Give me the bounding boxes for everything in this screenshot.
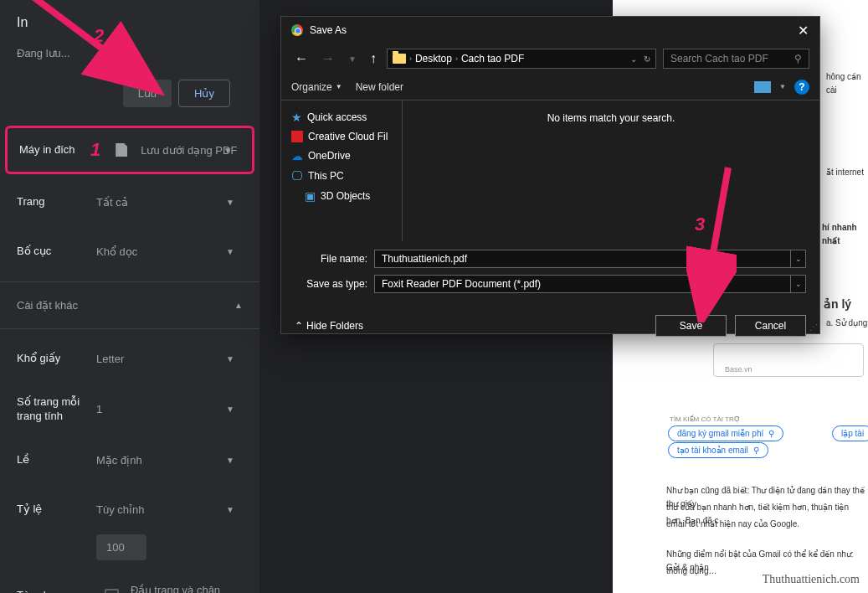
- scale-select[interactable]: Tùy chỉnh ▼: [96, 497, 243, 523]
- paper-select[interactable]: Letter ▼: [96, 346, 243, 372]
- annotation-1: 1: [90, 139, 100, 161]
- watermark: Thuthuattienich.com: [763, 573, 860, 586]
- filename-dropdown[interactable]: ⌄: [791, 250, 806, 268]
- folder-icon: [393, 54, 406, 64]
- dialog-title-text: Save As: [310, 24, 347, 36]
- tree-creative-cloud[interactable]: Creative Cloud Fil: [285, 127, 398, 146]
- resize-grip[interactable]: ⋰: [809, 322, 818, 332]
- recent-dropdown[interactable]: ▼: [345, 54, 360, 64]
- chevron-down-icon: ▼: [226, 247, 234, 256]
- more-settings-toggle[interactable]: Cài đặt khác ▲: [0, 287, 259, 323]
- scale-label: Tỷ lệ: [17, 503, 96, 517]
- pages-label: Trang: [17, 195, 96, 209]
- more-settings-label: Cài đặt khác: [17, 299, 78, 312]
- search-placeholder: Search Cach tao PDF: [670, 53, 768, 64]
- breadcrumb-desktop[interactable]: Desktop: [415, 53, 452, 64]
- pages-per-sheet-select[interactable]: 1 ▼: [96, 396, 243, 422]
- up-button[interactable]: ↑: [367, 51, 380, 66]
- cube-icon: ▣: [305, 189, 316, 203]
- star-icon: ★: [291, 111, 302, 124]
- pages-per-sheet-label: Số trang mỗi trang tính: [17, 395, 96, 424]
- search-icon: ⚲: [794, 53, 802, 64]
- close-button[interactable]: ✕: [786, 17, 819, 44]
- destination-select[interactable]: Lưu dưới dạng PDF ▼: [116, 137, 240, 163]
- headers-footers-label: Đầu trang và chân trang: [131, 584, 243, 593]
- file-list-empty: No items match your search.: [403, 101, 819, 241]
- arrow-to-dialog-save: [686, 163, 737, 322]
- pages-value: Tất cả: [96, 196, 128, 209]
- view-dropdown-icon[interactable]: ▼: [779, 83, 786, 90]
- filename-label: File name:: [295, 253, 374, 265]
- annotation-3: 3: [695, 214, 705, 235]
- pc-icon: 🖵: [291, 169, 303, 183]
- destination-label: Máy in đích: [19, 143, 90, 157]
- chrome-icon: [291, 24, 303, 36]
- chevron-down-icon: ▼: [223, 146, 232, 155]
- chevron-down-icon: ▼: [226, 405, 234, 414]
- hide-folders-toggle[interactable]: ⌃ Hide Folders: [295, 320, 363, 332]
- search-tag[interactable]: đăng ký gmail miễn phí⚲: [668, 425, 783, 441]
- layout-label: Bố cục: [17, 245, 96, 259]
- layout-value: Khổ dọc: [96, 245, 137, 258]
- margins-value: Mặc định: [96, 454, 142, 467]
- svg-line-1: [32, 0, 149, 84]
- folder-tree: ★ Quick access Creative Cloud Fil ☁ OneD…: [281, 101, 403, 241]
- search-tag[interactable]: lập tài: [832, 425, 868, 441]
- chevron-down-icon: ▼: [226, 456, 234, 465]
- help-icon[interactable]: ?: [794, 80, 809, 95]
- tree-onedrive[interactable]: ☁ OneDrive: [285, 146, 398, 166]
- scale-value: Tùy chỉnh: [96, 503, 144, 516]
- search-tag[interactable]: tạo tài khoản email⚲: [668, 442, 768, 458]
- savetype-dropdown[interactable]: ⌄: [791, 275, 806, 293]
- address-dropdown-icon[interactable]: ⌄: [630, 54, 637, 64]
- pdf-file-icon: [116, 143, 127, 157]
- savetype-label: Save as type:: [295, 278, 374, 290]
- destination-row-highlighted: Máy in đích 1 Lưu dưới dạng PDF ▼: [5, 126, 254, 174]
- chevron-down-icon: ▼: [336, 83, 342, 90]
- chevron-up-icon: ⌃: [295, 320, 303, 332]
- print-cancel-button[interactable]: Hủy: [178, 80, 230, 107]
- tree-quick-access[interactable]: ★ Quick access: [285, 107, 398, 127]
- address-bar[interactable]: › Desktop › Cach tao PDF ⌄ ↻: [387, 49, 656, 69]
- paper-value: Letter: [96, 353, 124, 365]
- forward-button[interactable]: →: [318, 51, 338, 66]
- chevron-down-icon: ▼: [226, 198, 234, 207]
- toolbar: Organize ▼ New folder ▼ ?: [281, 74, 819, 101]
- new-folder-button[interactable]: New folder: [356, 81, 403, 93]
- save-as-dialog: Save As ✕ ← → ▼ ↑ › Desktop › Cach tao P…: [280, 16, 820, 334]
- dialog-titlebar: Save As ✕: [281, 17, 819, 44]
- refresh-icon[interactable]: ↻: [644, 54, 650, 64]
- navigation-bar: ← → ▼ ↑ › Desktop › Cach tao PDF ⌄ ↻ Sea…: [281, 44, 819, 74]
- tree-this-pc[interactable]: 🖵 This PC: [285, 166, 398, 186]
- pages-per-sheet-value: 1: [96, 403, 102, 415]
- dialog-cancel-button[interactable]: Cancel: [735, 315, 806, 337]
- organize-button[interactable]: Organize ▼: [291, 81, 342, 93]
- options-label: Tùy chọn: [17, 589, 93, 593]
- pages-select[interactable]: Tất cả ▼: [96, 189, 243, 215]
- arrow-to-save-button: [23, 0, 170, 105]
- back-button[interactable]: ←: [291, 51, 311, 66]
- creative-cloud-icon: [291, 131, 303, 142]
- svg-line-3: [703, 168, 728, 310]
- annotation-2: 2: [94, 25, 104, 47]
- margins-select[interactable]: Mặc định ▼: [96, 447, 243, 473]
- headers-footers-checkbox[interactable]: [105, 589, 119, 593]
- scale-input[interactable]: [96, 534, 146, 560]
- cloud-icon: ☁: [291, 149, 303, 162]
- layout-select[interactable]: Khổ dọc ▼: [96, 239, 243, 265]
- margins-label: Lề: [17, 453, 96, 467]
- tree-3d-objects[interactable]: ▣ 3D Objects: [285, 186, 398, 206]
- chevron-down-icon: ▼: [226, 354, 234, 364]
- chevron-up-icon: ▲: [234, 301, 243, 310]
- paper-label: Khổ giấy: [17, 352, 96, 366]
- search-box[interactable]: Search Cach tao PDF ⚲: [663, 49, 809, 69]
- breadcrumb-folder[interactable]: Cach tao PDF: [461, 53, 524, 64]
- destination-value: Lưu dưới dạng PDF: [141, 144, 237, 157]
- view-options-icon[interactable]: [754, 81, 771, 93]
- chevron-down-icon: ▼: [226, 505, 234, 514]
